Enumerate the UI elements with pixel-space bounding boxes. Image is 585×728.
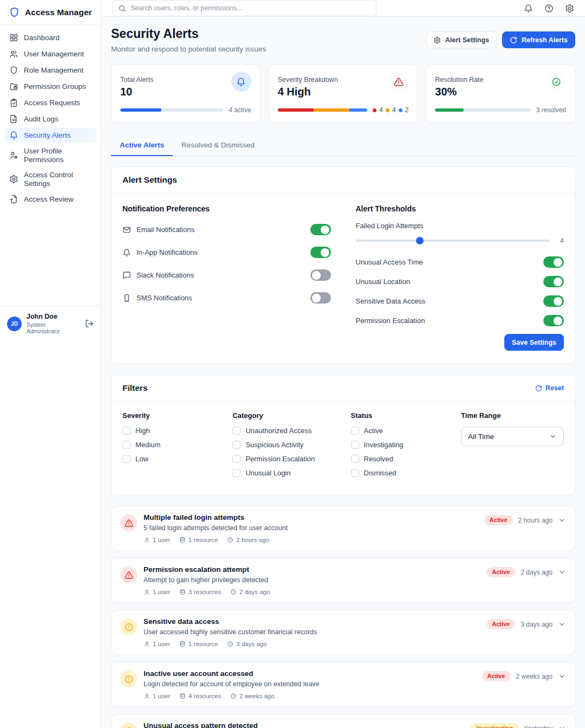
chat-bubble-icon — [122, 271, 131, 280]
refresh-alerts-button[interactable]: Refresh Alerts — [502, 31, 575, 48]
alert-row-sensitive-data[interactable]: Sensitive data access User accessed high… — [111, 610, 575, 655]
suspicious-activity-checkbox[interactable] — [232, 441, 240, 449]
sidebar-item-permission-groups[interactable]: Permission Groups — [4, 79, 96, 94]
active-checkbox[interactable] — [351, 427, 359, 435]
status-badge: Active — [486, 567, 515, 577]
filter-option-unusual-login: Unusual Login — [232, 469, 341, 477]
pref-inapp-notifications: In-App Notifications — [122, 244, 331, 260]
chevron-down-icon[interactable] — [558, 568, 566, 576]
save-settings-button[interactable]: Save Settings — [504, 334, 564, 351]
option-label: Resolved — [364, 455, 393, 463]
page-title: Security Alerts — [111, 27, 266, 41]
logout-icon[interactable] — [85, 319, 94, 328]
help-icon[interactable] — [544, 4, 554, 13]
sensitive-data-access-toggle[interactable] — [543, 295, 564, 307]
time-range-select[interactable]: All Time — [461, 427, 564, 446]
gear-icon — [9, 175, 18, 184]
save-settings-label: Save Settings — [512, 339, 556, 346]
slack-notifications-toggle[interactable] — [310, 269, 331, 281]
chevron-down-icon[interactable] — [558, 620, 566, 628]
clock-icon — [227, 537, 233, 543]
alert-row-unusual-access-pattern[interactable]: Unusual access pattern detected User acc… — [111, 714, 575, 728]
alert-settings-button[interactable]: Alert Settings — [426, 31, 497, 48]
tab-active-alerts[interactable]: Active Alerts — [111, 136, 173, 156]
alert-settings-panel: Alert Settings Notification Preferences … — [111, 166, 575, 364]
alert-time: 2 weeks ago — [230, 693, 275, 699]
search-input[interactable] — [131, 4, 370, 12]
alert-row-permission-escalation[interactable]: Permission escalation attempt Attempt to… — [111, 558, 575, 603]
low-checkbox[interactable] — [122, 455, 131, 463]
unauthorized-access-checkbox[interactable] — [232, 427, 240, 435]
check-circle-icon — [551, 77, 561, 87]
alert-title: Permission escalation attempt — [144, 565, 480, 574]
sidebar-item-role-management[interactable]: Role Management — [4, 63, 96, 78]
sidebar-item-security-alerts[interactable]: Security Alerts — [4, 128, 96, 143]
medium-checkbox[interactable] — [122, 441, 131, 449]
failed-login-attempts-slider[interactable] — [356, 240, 550, 242]
resolved-checkbox[interactable] — [351, 455, 359, 463]
threshold-unusual-location: Unusual Location — [356, 274, 564, 289]
sidebar-item-access-requests[interactable]: Access Requests — [4, 95, 96, 110]
filter-time-range: Time Range All Time — [461, 411, 564, 483]
gear-icon — [433, 36, 441, 44]
sidebar: Access Manager Dashboard User Management… — [0, 0, 101, 728]
database-icon — [179, 641, 186, 647]
file-text-icon — [9, 114, 18, 124]
option-label: Investigating — [364, 441, 404, 449]
clock-icon — [227, 641, 233, 647]
sidebar-item-label: Security Alerts — [24, 131, 70, 140]
threshold-label: Unusual Location — [356, 278, 410, 286]
alert-row-inactive-account[interactable]: Inactive user account accessed Login det… — [111, 662, 575, 707]
option-label: High — [135, 427, 150, 435]
pref-label: Slack Notifications — [136, 271, 194, 279]
permission-escalation-toggle[interactable] — [543, 315, 564, 326]
stat-label: Severity Breakdown — [278, 76, 338, 83]
dismissed-checkbox[interactable] — [351, 469, 359, 477]
investigating-checkbox[interactable] — [351, 441, 359, 449]
option-label: Low — [135, 455, 148, 463]
chevron-down-icon[interactable] — [558, 672, 566, 680]
sidebar-item-label: User Profile Permissions — [24, 147, 92, 164]
alert-description: Login detected for account of employee o… — [144, 680, 476, 688]
slider-thumb[interactable] — [416, 237, 424, 244]
notifications-bell-icon[interactable] — [524, 4, 533, 13]
unusual-login-checkbox[interactable] — [232, 469, 240, 477]
alert-timestamp: 2 weeks ago — [516, 673, 552, 680]
inapp-notifications-toggle[interactable] — [310, 247, 331, 258]
alert-time: 2 hours ago — [227, 537, 269, 543]
sidebar-item-audit-logs[interactable]: Audit Logs — [4, 112, 96, 126]
sidebar-item-user-management[interactable]: User Management — [4, 47, 96, 61]
severity-icon-circle — [120, 671, 137, 687]
sidebar-item-user-profile-permissions[interactable]: User Profile Permissions — [4, 144, 96, 166]
threshold-label: Sensitive Data Access — [356, 297, 426, 305]
sidebar-item-access-control-settings[interactable]: Access Control Settings — [4, 168, 96, 190]
tab-resolved-dismissed[interactable]: Resolved & Dismissed — [173, 136, 263, 156]
alert-resources: 4 resources — [179, 693, 221, 699]
stat-cards: Total Alerts 10 4 active Severity Breakd… — [111, 64, 575, 123]
settings-gear-icon[interactable] — [565, 4, 574, 13]
database-icon — [179, 537, 186, 543]
chevron-down-icon[interactable] — [558, 516, 566, 524]
unusual-location-toggle[interactable] — [543, 276, 564, 287]
permission-escalation-checkbox[interactable] — [232, 455, 240, 463]
app-logo: Access Manager — [0, 0, 101, 25]
chevron-down-icon[interactable] — [558, 724, 566, 728]
alert-users: 1 user — [144, 589, 170, 595]
search-icon — [118, 4, 126, 12]
unusual-access-time-toggle[interactable] — [543, 256, 564, 268]
email-notifications-toggle[interactable] — [310, 224, 331, 235]
filter-option-low: Low — [122, 455, 223, 463]
alert-description: Attempt to gain higher privileges detect… — [144, 576, 480, 584]
option-label: Permission Escalation — [245, 455, 315, 463]
sidebar-item-access-review[interactable]: Access Review — [4, 192, 96, 207]
sms-notifications-toggle[interactable] — [310, 292, 331, 304]
high-checkbox[interactable] — [122, 427, 131, 435]
reset-filters-button[interactable]: Reset — [535, 384, 564, 392]
medium-dot — [386, 108, 389, 112]
mail-icon — [122, 226, 131, 234]
alert-row-failed-logins[interactable]: Multiple failed login attempts 5 failed … — [111, 506, 575, 551]
sidebar-item-dashboard[interactable]: Dashboard — [4, 30, 96, 45]
status-badge: Active — [486, 619, 515, 629]
filter-severity: Severity High Medium Low — [122, 411, 223, 483]
threshold-label: Permission Escalation — [356, 317, 425, 325]
